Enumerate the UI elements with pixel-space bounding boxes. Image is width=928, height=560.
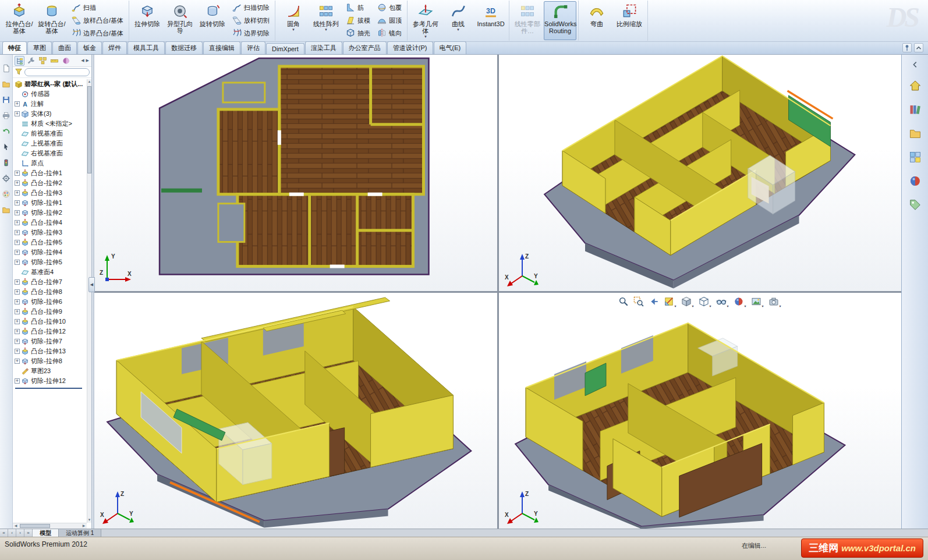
ribbon-button-boundary-boss[interactable]: 边界凸台/基体	[69, 27, 126, 39]
scrollbar-thumb[interactable]	[87, 86, 91, 173]
tab-草图[interactable]: 草图	[27, 41, 52, 54]
panel-collapse-button[interactable]: ◀	[88, 277, 95, 292]
scroll-left-icon[interactable]: ◀	[13, 523, 19, 529]
chevron-left-icon[interactable]	[907, 59, 923, 70]
expand-plus-icon[interactable]: +	[15, 240, 20, 245]
tab-DimXpert[interactable]: DimXpert	[266, 43, 304, 54]
ribbon-button-dome[interactable]: 圆顶	[375, 15, 404, 27]
scroll-right-icon[interactable]: ▶	[86, 58, 90, 63]
viewport-bottom-right[interactable]: ▾▾▾▾▾▾▾ ZXY	[499, 293, 902, 529]
tree-item[interactable]: +凸台-拉伸13	[13, 346, 87, 356]
ribbon-button-scale[interactable]: 比例缩放	[613, 1, 646, 40]
expand-plus-icon[interactable]: +	[15, 289, 20, 295]
scroll-down-icon[interactable]: ▼	[87, 518, 91, 523]
tab-渲染工具[interactable]: 渲染工具	[305, 41, 342, 54]
tree-item[interactable]: 材质 <未指定>	[13, 119, 87, 129]
manager-tab-feature-manager[interactable]	[15, 56, 24, 66]
file-explorer-icon[interactable]	[2, 205, 10, 215]
tab-焊件[interactable]: 焊件	[102, 41, 127, 54]
last-tab-icon[interactable]: »	[24, 529, 33, 537]
hud-edit-appearance-button[interactable]: ▾	[734, 296, 746, 308]
scroll-up-icon[interactable]: ▲	[87, 79, 91, 84]
dropdown-arrow-icon[interactable]: ▾	[727, 304, 729, 308]
save-icon[interactable]	[2, 95, 10, 105]
ribbon-button-lofted-cut[interactable]: 放样切割	[230, 15, 272, 27]
expand-plus-icon[interactable]: +	[15, 250, 20, 255]
tree-vertical-scrollbar[interactable]: ▲ ▼	[87, 79, 91, 523]
scroll-left-icon[interactable]: ◀	[80, 58, 84, 63]
tree-item[interactable]: +切除-拉伸4	[13, 247, 87, 257]
new-document-icon[interactable]	[2, 64, 10, 74]
design-library-icon[interactable]	[907, 101, 923, 118]
tree-item[interactable]: +凸台-拉伸12	[13, 327, 87, 336]
expand-plus-icon[interactable]: +	[15, 230, 20, 235]
ribbon-button-shell[interactable]: 抽壳	[343, 27, 373, 39]
expand-plus-icon[interactable]: +	[15, 171, 20, 176]
tree-item[interactable]: 基准面4	[13, 267, 87, 277]
hud-zoom-to-fit-button[interactable]	[618, 296, 629, 308]
print-icon[interactable]	[2, 111, 10, 121]
expand-plus-icon[interactable]: +	[15, 210, 20, 215]
expand-plus-icon[interactable]: +	[15, 339, 20, 344]
expand-plus-icon[interactable]: +	[15, 378, 20, 384]
tree-item[interactable]: +切除-拉伸6	[13, 297, 87, 307]
hud-apply-scene-button[interactable]: ▾	[751, 296, 764, 308]
dropdown-arrow-icon[interactable]: ▼	[456, 28, 460, 31]
tab-电气(E)[interactable]: 电气(E)	[434, 41, 467, 54]
tab-办公室产品[interactable]: 办公室产品	[343, 41, 387, 54]
next-tab-icon[interactable]: ›	[16, 529, 24, 537]
expand-plus-icon[interactable]: +	[15, 309, 20, 314]
pin-icon[interactable]	[902, 43, 912, 52]
expand-plus-icon[interactable]: +	[15, 101, 20, 107]
tab-数据迁移[interactable]: 数据迁移	[165, 41, 203, 54]
tree-item[interactable]: +凸台-拉伸3	[13, 188, 87, 198]
tree-horizontal-scrollbar[interactable]: ◀ ▶	[13, 523, 87, 529]
options-icon[interactable]	[2, 174, 10, 184]
prev-tab-icon[interactable]: ‹	[8, 529, 16, 537]
tree-item[interactable]: +切除-拉伸5	[13, 257, 87, 267]
dropdown-arrow-icon[interactable]: ▼	[424, 35, 427, 38]
tree-item[interactable]: +凸台-拉伸2	[13, 178, 87, 188]
rebuild-icon[interactable]	[2, 158, 10, 168]
expand-plus-icon[interactable]: +	[15, 111, 20, 116]
expand-plus-icon[interactable]: +	[15, 279, 20, 285]
manager-tab-configuration-manager[interactable]	[38, 56, 48, 66]
color-icon[interactable]	[2, 190, 10, 200]
dropdown-arrow-icon[interactable]: ▼	[292, 28, 295, 31]
tree-item[interactable]: 碧翠红枫--家 (默认...	[13, 79, 87, 89]
tree-item[interactable]: +A注解	[13, 99, 87, 109]
expand-plus-icon[interactable]: +	[15, 359, 20, 364]
ribbon-button-swept-boss[interactable]: 扫描	[69, 2, 126, 14]
undo-icon[interactable]	[2, 127, 10, 137]
tab-特征[interactable]: 特征	[2, 41, 27, 54]
ribbon-button-extruded-boss[interactable]: 拉伸凸台/基体	[3, 1, 36, 40]
expand-plus-icon[interactable]: +	[15, 299, 20, 304]
tree-item[interactable]: 上视基准面	[13, 139, 87, 148]
ribbon-button-revolved-cut[interactable]: 旋转切除	[196, 1, 229, 40]
dropdown-arrow-icon[interactable]: ▼	[324, 28, 328, 31]
tree-item[interactable]: +凸台-拉伸8	[13, 287, 87, 297]
ribbon-button-curves[interactable]: 曲线▼	[442, 1, 474, 40]
ribbon-button-boundary-cut[interactable]: 边界切除	[230, 27, 272, 39]
collapse-ribbon-icon[interactable]	[914, 43, 923, 52]
ribbon-button-rib[interactable]: 筋	[343, 2, 373, 14]
dropdown-arrow-icon[interactable]: ▾	[710, 304, 711, 308]
expand-plus-icon[interactable]: +	[15, 190, 20, 196]
tab-直接编辑[interactable]: 直接编辑	[203, 41, 240, 54]
tree-item[interactable]: 原点	[13, 158, 87, 168]
ribbon-button-lofted-boss[interactable]: 放样凸台/基体	[69, 15, 126, 27]
tree-item[interactable]: +切除-拉伸1	[13, 198, 87, 208]
tree-item[interactable]: +凸台-拉伸9	[13, 307, 87, 317]
tree-item[interactable]: +凸台-拉伸1	[13, 168, 87, 178]
hud-display-style-button[interactable]: ▾	[699, 296, 711, 308]
tree-item[interactable]: 右视基准面	[13, 148, 87, 158]
dropdown-arrow-icon[interactable]: ▾	[762, 304, 764, 308]
tree-item[interactable]: +切除-拉伸12	[13, 376, 87, 386]
expand-plus-icon[interactable]: +	[15, 329, 20, 334]
scroll-right-icon[interactable]: ▶	[81, 523, 87, 529]
tree-filter-input[interactable]	[24, 68, 90, 76]
expand-plus-icon[interactable]: +	[15, 220, 20, 225]
custom-properties-icon[interactable]	[907, 197, 923, 213]
manager-tab-dimxpert-manager[interactable]	[49, 56, 59, 66]
tree-item[interactable]: 传感器	[13, 89, 87, 99]
